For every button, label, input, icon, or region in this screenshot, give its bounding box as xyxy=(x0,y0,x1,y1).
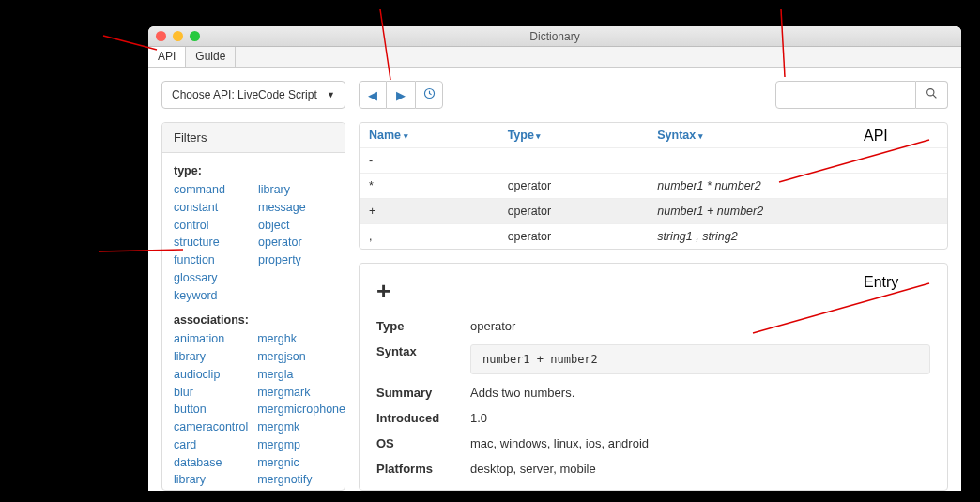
cell-name: , xyxy=(360,224,498,250)
filter-assoc-mergmp[interactable]: mergmp xyxy=(257,436,345,454)
entry-detail: + Type operator Syntax number1 + number2… xyxy=(359,263,948,491)
filter-type-library[interactable]: library xyxy=(258,181,333,199)
nav-buttons: ◀ ▶ xyxy=(359,81,443,109)
col-syntax[interactable]: Syntax ▾ xyxy=(648,123,947,148)
filter-assoc-cameracontrol[interactable]: cameracontrol xyxy=(174,418,248,436)
cell-type xyxy=(498,148,649,174)
filter-assoc-mergnic[interactable]: mergnic xyxy=(257,454,345,472)
filter-assoc-database-library[interactable]: database library xyxy=(174,454,248,490)
content: Choose API: LiveCode Script ▼ Filters ty… xyxy=(148,68,961,491)
filter-type-message[interactable]: message xyxy=(258,199,333,217)
cell-syntax: string1 , string2 xyxy=(648,224,947,250)
filter-assoc-mergpop[interactable]: mergpop xyxy=(257,489,345,490)
filter-type-function[interactable]: function xyxy=(174,251,249,269)
history-button[interactable] xyxy=(415,81,443,109)
search-icon xyxy=(926,87,938,99)
cell-syntax: number1 * number2 xyxy=(648,174,947,199)
caret-down-icon: ▼ xyxy=(327,90,335,99)
filter-type-keyword[interactable]: keyword xyxy=(174,287,249,305)
filter-assoc-card[interactable]: card xyxy=(174,436,248,454)
cell-name: - xyxy=(360,148,498,174)
cell-syntax xyxy=(648,148,947,174)
filters-header: Filters xyxy=(162,123,345,153)
platforms-value: desktop, server, mobile xyxy=(470,462,930,476)
introduced-label: Introduced xyxy=(376,411,470,425)
back-button[interactable]: ◀ xyxy=(359,81,387,109)
filter-type-constant[interactable]: constant xyxy=(174,199,249,217)
col-type[interactable]: Type ▾ xyxy=(498,123,649,148)
top-row: ◀ ▶ xyxy=(359,81,948,109)
filter-type-operator[interactable]: operator xyxy=(258,234,333,251)
filter-assoc-mergjson[interactable]: mergjson xyxy=(257,348,345,366)
filter-assoc-mergla[interactable]: mergla xyxy=(257,366,345,384)
introduced-value: 1.0 xyxy=(470,411,930,425)
filter-type-glossary[interactable]: glossary xyxy=(174,269,249,287)
cell-syntax: number1 + number2 xyxy=(648,199,947,224)
platforms-label: Platforms xyxy=(376,462,470,476)
summary-value: Adds two numbers. xyxy=(470,386,930,400)
cell-type: operator xyxy=(498,174,649,199)
filters-body: type: commandconstantcontrol structurefu… xyxy=(162,153,345,490)
assoc-heading: associations: xyxy=(174,313,333,327)
type-heading: type: xyxy=(174,164,333,177)
entry-title: + xyxy=(376,277,930,306)
sidebar: Choose API: LiveCode Script ▼ Filters ty… xyxy=(161,81,345,491)
dictionary-window: Dictionary API Guide Choose API: LiveCod… xyxy=(148,26,961,491)
cell-type: operator xyxy=(498,224,649,250)
filters-panel: Filters type: commandconstantcontrol str… xyxy=(161,122,345,491)
table-row[interactable]: - xyxy=(360,148,947,174)
api-chooser[interactable]: Choose API: LiveCode Script ▼ xyxy=(161,81,345,109)
filter-assoc-blur[interactable]: blur xyxy=(174,384,248,402)
tabbar: API Guide xyxy=(148,47,961,68)
summary-label: Summary xyxy=(376,386,470,400)
filter-assoc-animation-library[interactable]: animation library xyxy=(174,330,248,366)
forward-button[interactable]: ▶ xyxy=(387,81,415,109)
filter-assoc-mergmk[interactable]: mergmk xyxy=(257,418,345,436)
filter-assoc-audioclip[interactable]: audioclip xyxy=(174,366,248,384)
type-value: operator xyxy=(470,319,930,333)
filter-type-object[interactable]: object xyxy=(258,217,333,235)
titlebar: Dictionary xyxy=(148,26,961,47)
filter-assoc-mergmicrophone[interactable]: mergmicrophone xyxy=(257,401,345,418)
search-input[interactable] xyxy=(775,81,916,109)
tab-guide[interactable]: Guide xyxy=(186,47,236,67)
cell-name: + xyxy=(360,199,498,224)
window-title: Dictionary xyxy=(148,30,961,43)
tab-api[interactable]: API xyxy=(148,47,186,67)
cell-type: operator xyxy=(498,199,649,224)
syntax-value: number1 + number2 xyxy=(470,344,930,374)
search-group xyxy=(775,81,948,109)
table-row[interactable]: ,operatorstring1 , string2 xyxy=(360,224,947,250)
svg-line-2 xyxy=(933,95,936,98)
filter-assoc-field[interactable]: field xyxy=(174,489,248,490)
col-name[interactable]: Name ▾ xyxy=(360,123,498,148)
os-label: OS xyxy=(376,436,470,450)
filter-type-command[interactable]: command xyxy=(174,181,249,199)
main: ◀ ▶ Name ▾ Type ▾ xyxy=(359,81,948,491)
clock-icon xyxy=(423,87,436,99)
filter-assoc-merghk[interactable]: merghk xyxy=(257,330,345,348)
search-button[interactable] xyxy=(916,81,948,109)
api-chooser-label: Choose API: LiveCode Script xyxy=(172,88,317,101)
filter-assoc-mergnotify[interactable]: mergnotify xyxy=(257,471,345,489)
table-row[interactable]: +operatornumber1 + number2 xyxy=(360,199,947,224)
table-row[interactable]: *operatornumber1 * number2 xyxy=(360,174,947,199)
filter-assoc-button[interactable]: button xyxy=(174,401,248,418)
filter-type-property[interactable]: property xyxy=(258,251,333,269)
os-value: mac, windows, linux, ios, android xyxy=(470,436,930,450)
entry-list: Name ▾ Type ▾ Syntax ▾ -*operatornumber1… xyxy=(359,122,948,250)
svg-point-1 xyxy=(927,89,934,96)
filter-type-control-structure[interactable]: control structure xyxy=(174,217,249,252)
filter-assoc-mergmark[interactable]: mergmark xyxy=(257,384,345,402)
type-label: Type xyxy=(376,319,470,333)
syntax-label: Syntax xyxy=(376,344,470,358)
cell-name: * xyxy=(360,174,498,199)
